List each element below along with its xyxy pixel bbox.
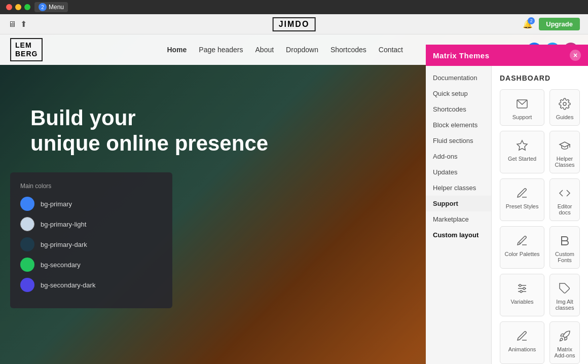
- card-guides-label: Guides: [556, 114, 574, 120]
- color-item-primary[interactable]: bg-primary: [20, 197, 162, 211]
- card-editor-docs[interactable]: Editor docs: [549, 178, 580, 221]
- dashboard-title: DASHBOARD: [500, 74, 580, 82]
- close-traffic-light[interactable]: [6, 4, 12, 10]
- svg-point-3: [520, 243, 520, 243]
- color-label-primary-dark: bg-primary-dark: [41, 241, 87, 248]
- matrix-panel: Matrix Themes × Documentation Quick setu…: [426, 45, 588, 364]
- pen-icon: [516, 186, 528, 200]
- card-animations-label: Animations: [508, 346, 536, 352]
- card-color-palettes[interactable]: Color Palettes: [500, 226, 544, 269]
- sidebar-item-fluid-sections[interactable]: Fluid sections: [426, 133, 491, 149]
- fullscreen-traffic-light[interactable]: [24, 4, 30, 10]
- nav-contact[interactable]: Contact: [379, 46, 403, 54]
- star-icon: [516, 138, 528, 153]
- color-label-secondary-dark: bg-secondary-dark: [41, 281, 95, 289]
- card-img-alt-classes[interactable]: Img Alt classes: [549, 274, 580, 316]
- matrix-main: DASHBOARD Support: [492, 66, 588, 364]
- color-dot-primary: [20, 197, 34, 211]
- card-helper-classes[interactable]: Helper Classes: [549, 131, 580, 173]
- dashboard-grid: Support Guides: [500, 89, 580, 364]
- site-logo: LEMBERG: [10, 38, 43, 61]
- color-panel: Main colors bg-primary bg-primary-light …: [10, 172, 172, 308]
- sidebar-item-block-elements[interactable]: Block elements: [426, 117, 491, 133]
- color-label-primary-light: bg-primary-light: [41, 221, 86, 228]
- toolbar-right: 🔔 2 Upgrade: [523, 18, 580, 30]
- card-color-palettes-label: Color Palettes: [505, 251, 540, 257]
- svg-point-1: [563, 102, 566, 105]
- sidebar-item-marketplace[interactable]: Marketplace: [426, 211, 491, 227]
- notification-count: 2: [528, 17, 535, 24]
- nav-about[interactable]: About: [255, 46, 274, 54]
- mail-icon: [516, 97, 528, 111]
- color-panel-title: Main colors: [20, 183, 162, 190]
- color-item-primary-dark[interactable]: bg-primary-dark: [20, 237, 162, 251]
- card-support[interactable]: Support: [500, 89, 544, 126]
- browser-menu-button[interactable]: 2 Menu: [34, 2, 68, 12]
- sidebar-item-quick-setup[interactable]: Quick setup: [426, 86, 491, 101]
- svg-point-7: [519, 284, 521, 286]
- card-support-label: Support: [512, 114, 532, 120]
- code-icon: [559, 186, 571, 200]
- sidebar-item-shortcodes[interactable]: Shortcodes: [426, 101, 491, 117]
- card-helper-classes-label: Helper Classes: [554, 156, 575, 168]
- menu-badge: 2: [39, 3, 47, 11]
- jimdo-logo: JIMDO: [273, 17, 316, 31]
- card-guides[interactable]: Guides: [549, 89, 580, 126]
- card-img-alt-classes-label: Img Alt classes: [554, 299, 575, 311]
- rocket-icon: [559, 329, 571, 343]
- sidebar-item-documentation[interactable]: Documentation: [426, 70, 491, 86]
- card-matrix-addons[interactable]: Matrix Add-ons: [549, 321, 580, 364]
- pen-line-icon: [516, 329, 528, 343]
- bold-b-icon: [559, 234, 571, 248]
- browser-chrome: 2 Menu: [0, 0, 588, 14]
- card-get-started[interactable]: Get Started: [500, 131, 544, 173]
- share-icon[interactable]: ⬆: [20, 19, 27, 29]
- color-item-secondary[interactable]: bg-secondary: [20, 258, 162, 272]
- card-preset-styles[interactable]: Preset Styles: [500, 178, 544, 221]
- card-variables[interactable]: Variables: [500, 274, 544, 316]
- color-item-primary-light[interactable]: bg-primary-light: [20, 217, 162, 231]
- matrix-close-button[interactable]: ×: [570, 50, 581, 61]
- card-variables-label: Variables: [511, 299, 534, 305]
- sliders-icon: [516, 281, 528, 296]
- toolbar-left: 🖥 ⬆: [8, 19, 27, 29]
- card-editor-docs-label: Editor docs: [554, 203, 575, 215]
- logo-text: LEMBERG: [15, 41, 38, 58]
- menu-label: Menu: [49, 4, 64, 11]
- color-item-secondary-dark[interactable]: bg-secondary-dark: [20, 278, 162, 292]
- sidebar-item-custom-layout[interactable]: Custom layout: [426, 227, 491, 243]
- minimize-traffic-light[interactable]: [15, 4, 21, 10]
- notification-button[interactable]: 🔔 2: [523, 19, 533, 29]
- card-preset-styles-label: Preset Styles: [506, 203, 539, 209]
- nav-home[interactable]: Home: [167, 46, 187, 54]
- color-dot-secondary: [20, 258, 34, 272]
- sidebar-item-helper-classes[interactable]: Helper classes: [426, 180, 491, 196]
- nav-page-headers[interactable]: Page headers: [199, 46, 243, 54]
- card-get-started-label: Get Started: [508, 156, 536, 162]
- mortarboard-icon: [559, 138, 571, 153]
- toolbar-center: JIMDO: [273, 17, 316, 31]
- website-area: 🖥 ⬆ JIMDO 🔔 2 Upgrade LEMBERG Home Page …: [0, 14, 588, 364]
- card-animations[interactable]: Animations: [500, 321, 544, 364]
- sidebar-item-add-ons[interactable]: Add-ons: [426, 149, 491, 164]
- hero-title-line2: unique online presence: [30, 131, 268, 155]
- card-custom-fonts[interactable]: Custom Fonts: [549, 226, 580, 269]
- color-dot-secondary-dark: [20, 278, 34, 292]
- hero-title-line1: Build your: [30, 106, 136, 130]
- sidebar-item-updates[interactable]: Updates: [426, 164, 491, 180]
- monitor-icon[interactable]: 🖥: [8, 20, 16, 29]
- palette-icon: [516, 234, 528, 248]
- card-matrix-addons-label: Matrix Add-ons: [554, 346, 575, 358]
- nav-dropdown[interactable]: Dropdown: [286, 46, 318, 54]
- sidebar-item-support[interactable]: Support: [426, 196, 491, 211]
- matrix-panel-title: Matrix Themes: [433, 51, 490, 60]
- nav-links: Home Page headers About Dropdown Shortco…: [167, 46, 403, 54]
- tag-icon: [559, 281, 571, 296]
- svg-marker-2: [517, 140, 527, 150]
- upgrade-button[interactable]: Upgrade: [539, 18, 580, 30]
- svg-point-9: [520, 290, 522, 293]
- nav-shortcodes[interactable]: Shortcodes: [330, 46, 366, 54]
- svg-point-8: [523, 287, 525, 289]
- color-label-primary: bg-primary: [41, 200, 72, 208]
- color-dot-primary-light: [20, 217, 34, 231]
